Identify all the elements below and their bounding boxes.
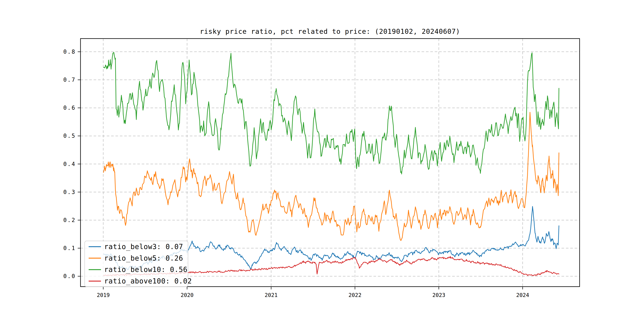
y-tick-label: 0.6: [63, 104, 76, 111]
x-tick-label: 2021: [265, 292, 278, 298]
y-tick-label: 0.2: [63, 217, 76, 224]
legend-item-ratio_above100: ratio_above100: 0.02: [89, 277, 192, 285]
chart-figure: 0.00.10.20.30.40.50.60.70.82019202020212…: [0, 0, 644, 322]
x-tick-label: 2019: [97, 292, 110, 298]
chart-title: risky price ratio, pct related to price:…: [200, 28, 460, 36]
x-tick-label: 2023: [432, 292, 445, 298]
legend-label: ratio_above100: 0.02: [104, 277, 192, 285]
legend-label: ratio_below3: 0.07: [104, 243, 183, 251]
series-line-ratio_below10: [104, 52, 559, 174]
x-tick-label: 2020: [181, 292, 194, 298]
y-tick-label: 0.8: [63, 48, 76, 55]
y-tick-label: 0.4: [63, 161, 76, 167]
y-tick-label: 0.7: [63, 76, 76, 83]
y-tick-label: 0.0: [63, 273, 76, 280]
y-tick-label: 0.1: [63, 245, 76, 252]
y-tick-label: 0.3: [63, 189, 76, 196]
legend-box: ratio_below3: 0.07ratio_below5: 0.26rati…: [85, 241, 192, 287]
legend-label: ratio_below10: 0.56: [104, 266, 188, 274]
x-tick-label: 2022: [348, 292, 361, 298]
x-tick-label: 2024: [516, 292, 529, 298]
legend-label: ratio_below5: 0.26: [104, 254, 183, 262]
y-tick-label: 0.5: [63, 132, 76, 139]
chart-canvas: 0.00.10.20.30.40.50.60.70.82019202020212…: [0, 0, 644, 322]
